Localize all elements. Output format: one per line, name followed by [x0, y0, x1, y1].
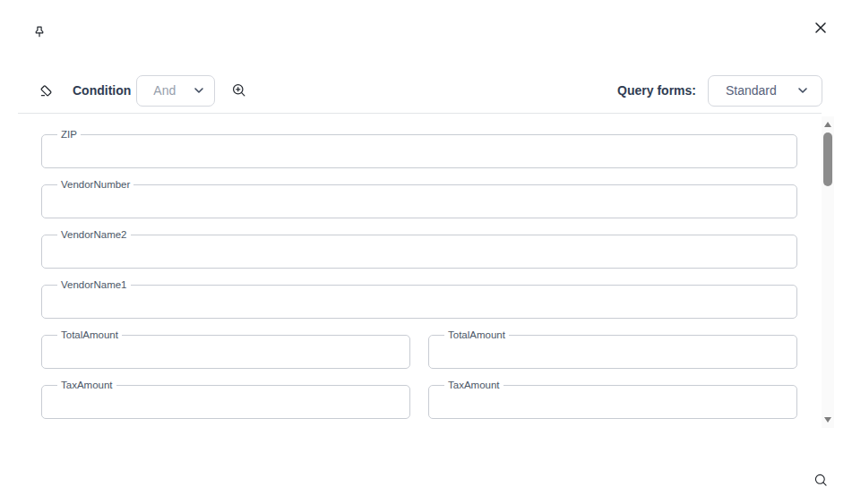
- query-fields-area: ZIP VendorNumber VendorName2 VendorName1…: [0, 114, 822, 429]
- zoom-in-icon: [230, 81, 248, 99]
- field-row: TaxAmount TaxAmount: [41, 379, 797, 419]
- field-row: VendorNumber: [41, 178, 797, 218]
- query-field-input[interactable]: [53, 141, 786, 159]
- query-field-label: ZIP: [57, 128, 81, 141]
- query-field: ZIP: [41, 128, 797, 168]
- query-forms-select[interactable]: Standard: [708, 75, 822, 107]
- query-field-input[interactable]: [440, 342, 786, 360]
- field-row: TotalAmount TotalAmount: [41, 329, 797, 369]
- query-field: TaxAmount: [41, 379, 410, 419]
- query-field-label: VendorNumber: [57, 178, 133, 191]
- search-button[interactable]: [808, 467, 833, 492]
- scrollbar[interactable]: [822, 116, 834, 428]
- condition-operator-value: And: [153, 83, 176, 98]
- query-field-label: VendorName2: [57, 228, 131, 241]
- pushpin-icon: [31, 24, 47, 40]
- query-field: TaxAmount: [428, 379, 797, 419]
- chevron-down-icon: [193, 84, 205, 97]
- query-field-label: TaxAmount: [57, 379, 116, 391]
- query-field-label: TaxAmount: [444, 379, 503, 391]
- condition-operator-select[interactable]: And: [136, 75, 215, 107]
- chevron-down-icon: [796, 84, 809, 97]
- query-field-input[interactable]: [53, 192, 786, 209]
- query-field-label: TotalAmount: [444, 329, 509, 341]
- query-field-label: TotalAmount: [57, 329, 122, 341]
- query-field: VendorName1: [41, 278, 797, 319]
- zoom-in-button[interactable]: [228, 80, 250, 101]
- pin-button[interactable]: [30, 22, 49, 42]
- query-forms-value: Standard: [726, 83, 777, 98]
- search-icon: [813, 472, 830, 489]
- field-row: ZIP: [41, 128, 797, 168]
- close-button[interactable]: [810, 17, 831, 38]
- query-forms-label: Query forms:: [617, 83, 696, 98]
- query-field-input[interactable]: [53, 392, 399, 410]
- toolbar: Condition And Query forms: Standard: [0, 74, 852, 107]
- clear-conditions-button[interactable]: [38, 82, 55, 99]
- query-field-label: VendorName1: [57, 278, 131, 291]
- scrollbar-thumb[interactable]: [823, 132, 832, 186]
- eraser-icon: [38, 82, 55, 99]
- condition-label: Condition: [73, 83, 131, 98]
- query-field-input[interactable]: [53, 242, 786, 260]
- query-field: VendorName2: [41, 228, 797, 269]
- query-dialog: Condition And Query forms: Standard: [0, 0, 852, 504]
- query-field-input[interactable]: [53, 342, 399, 360]
- query-field: TotalAmount: [428, 329, 797, 369]
- query-field-input[interactable]: [53, 292, 786, 310]
- field-row: VendorName1: [41, 278, 797, 319]
- scroll-down-icon[interactable]: [822, 415, 834, 424]
- scroll-up-icon[interactable]: [822, 120, 834, 129]
- query-field-input[interactable]: [440, 392, 786, 410]
- query-field: VendorNumber: [41, 178, 797, 218]
- field-row: VendorName2: [41, 228, 797, 269]
- query-field: TotalAmount: [41, 329, 410, 369]
- close-icon: [813, 21, 828, 35]
